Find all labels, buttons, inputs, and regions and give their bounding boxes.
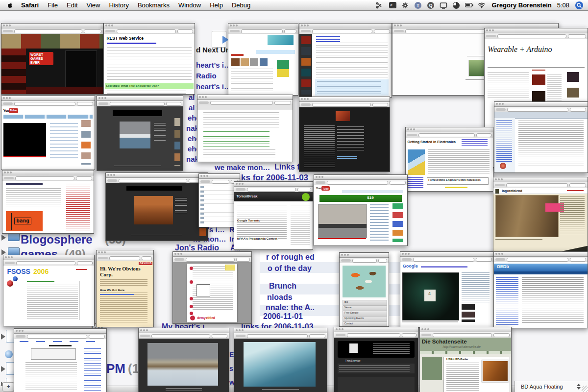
apple-menu-icon[interactable] <box>5 2 15 9</box>
window-product-article[interactable] <box>299 23 392 98</box>
url-field <box>151 334 210 338</box>
menu-window[interactable]: Window <box>174 1 205 9</box>
window-text: $19 <box>367 196 373 200</box>
display-icon[interactable] <box>440 1 448 9</box>
content-block <box>107 43 157 44</box>
window-text: ThisService <box>345 359 360 363</box>
content-block <box>445 187 467 188</box>
window-worst-games[interactable]: WORST GAMES EVER <box>1 23 103 95</box>
window-dark-bio[interactable] <box>299 97 390 172</box>
content-block <box>337 126 364 152</box>
window-titlebar <box>314 175 407 180</box>
window-titlebar <box>234 182 313 187</box>
window-ice-photo[interactable] <box>234 328 327 392</box>
window-torrentfreak[interactable]: TorrentFreakGoogle TorrentsMPAA's Propag… <box>234 181 313 250</box>
window-craft-blog[interactable] <box>228 23 298 96</box>
window-youtube-video[interactable]: YouTube <box>1 96 95 170</box>
content-block <box>446 363 479 392</box>
content-block <box>3 115 93 119</box>
url-field <box>212 180 229 184</box>
content-block <box>392 203 404 242</box>
window-wiki-article[interactable] <box>14 328 107 392</box>
content-block <box>31 348 76 360</box>
window-docs-page[interactable] <box>494 101 588 173</box>
window-bang-blog[interactable]: bang <box>2 170 94 234</box>
content-block <box>304 125 335 168</box>
content-block <box>422 357 442 380</box>
window-titlebar <box>104 24 195 28</box>
wifi-icon[interactable] <box>478 1 486 9</box>
menu-edit[interactable]: Edit <box>62 1 82 9</box>
window-content: YouTube <box>1 106 95 170</box>
menu-help[interactable]: Help <box>205 1 227 9</box>
window-content: Die Schatenseitehttp://www.schatenseite.… <box>420 338 511 392</box>
content-block <box>126 186 182 191</box>
window-text: You <box>3 109 9 112</box>
add-subscription-button[interactable]: + <box>2 382 14 392</box>
window-content: TorrentFreakGoogle TorrentsMPAA's Propag… <box>234 192 313 249</box>
clock[interactable]: 5:08 <box>557 1 569 9</box>
window-oedb[interactable]: OEDb <box>493 251 588 328</box>
menu-safari[interactable]: Safari <box>17 1 43 9</box>
window-titlebar <box>97 96 183 101</box>
transmit-icon[interactable]: T <box>414 1 422 9</box>
quicksilver-icon[interactable]: Q <box>427 1 435 9</box>
content-block <box>462 139 488 147</box>
url-field <box>413 258 474 262</box>
gears-icon[interactable] <box>401 1 410 9</box>
window-code-wiki[interactable] <box>197 95 293 162</box>
content-block <box>317 81 382 94</box>
menu-history[interactable]: History <box>104 1 133 9</box>
window-text: REST Web Service <box>107 36 144 41</box>
window-youtube-news[interactable]: YouTube$19 <box>314 174 408 246</box>
terminal-icon[interactable]: >_ <box>389 1 397 9</box>
content-block <box>342 190 403 193</box>
window-winter-gallery[interactable] <box>97 96 183 171</box>
spotlight-icon[interactable] <box>575 1 583 9</box>
window-demystified-diagram[interactable]: demystified <box>172 251 252 324</box>
content-block <box>231 58 268 66</box>
menu-bar-status-area: >_TQ Gregory Borenstein 5:08 <box>376 1 583 9</box>
scissors-icon[interactable] <box>376 1 384 9</box>
pie-menu-icon[interactable] <box>452 1 461 9</box>
search-field <box>570 108 586 112</box>
window-content <box>14 339 106 392</box>
content-block <box>494 271 588 275</box>
menu-file[interactable]: File <box>43 1 62 9</box>
window-mims-electronics[interactable]: Getting Started in ElectronicsForrest Mi… <box>405 127 493 192</box>
style-picker[interactable]: BD Aqua Floating <box>514 381 588 392</box>
window-rest-web-service[interactable]: REST Web ServiceLogistics: What Title Sh… <box>103 23 195 95</box>
window-fsoss-2006[interactable]: FSOSS2006 <box>3 255 95 326</box>
window-artist-site[interactable]: BioVenueFree SampleUpcoming EventsContac… <box>339 252 389 327</box>
globe-icon <box>5 350 13 358</box>
content-block <box>3 156 46 157</box>
window-content <box>97 106 183 171</box>
window-text: 4 <box>428 292 431 296</box>
window-victorian-site[interactable]: lagorafalend <box>493 177 588 254</box>
window-thisservice[interactable]: ThisService <box>334 327 418 392</box>
content-block <box>11 213 12 230</box>
content-block <box>100 293 147 323</box>
content-block <box>337 156 357 157</box>
window-mars-gallery[interactable] <box>105 172 208 241</box>
window-google-video[interactable]: Google4 <box>400 251 494 328</box>
content-block <box>488 72 529 98</box>
window-titlebar <box>199 174 240 179</box>
content-block <box>496 120 512 162</box>
window-winter-photo[interactable] <box>138 328 229 392</box>
window-titlebar <box>299 97 390 102</box>
window-content <box>494 112 588 172</box>
battery-icon[interactable] <box>465 1 473 9</box>
user-menu[interactable]: Gregory Borenstein <box>492 1 552 9</box>
content-block <box>532 70 545 71</box>
window-schatenseite[interactable]: Die Schatenseitehttp://www.schatenseite.… <box>419 327 512 392</box>
menu-debug[interactable]: Debug <box>227 1 255 9</box>
window-text: Getting Started in Electronics <box>408 140 456 144</box>
menu-view[interactable]: View <box>82 1 105 9</box>
resize-grip-icon[interactable] <box>582 386 588 392</box>
menu-bookmarks[interactable]: Bookmarks <box>133 1 174 9</box>
window-titlebar <box>493 177 588 182</box>
url-field <box>347 333 400 337</box>
feed-text-fragment: d <box>196 46 200 53</box>
window-obvious-corp[interactable]: Hi. We're Obvious Corp.How We Got HereOB… <box>96 250 154 327</box>
